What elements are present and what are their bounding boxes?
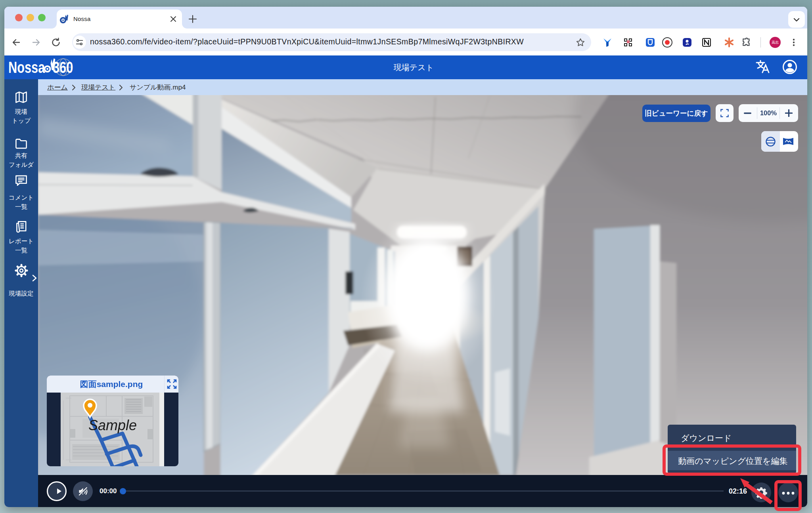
svg-text:Sample: Sample xyxy=(88,417,137,433)
